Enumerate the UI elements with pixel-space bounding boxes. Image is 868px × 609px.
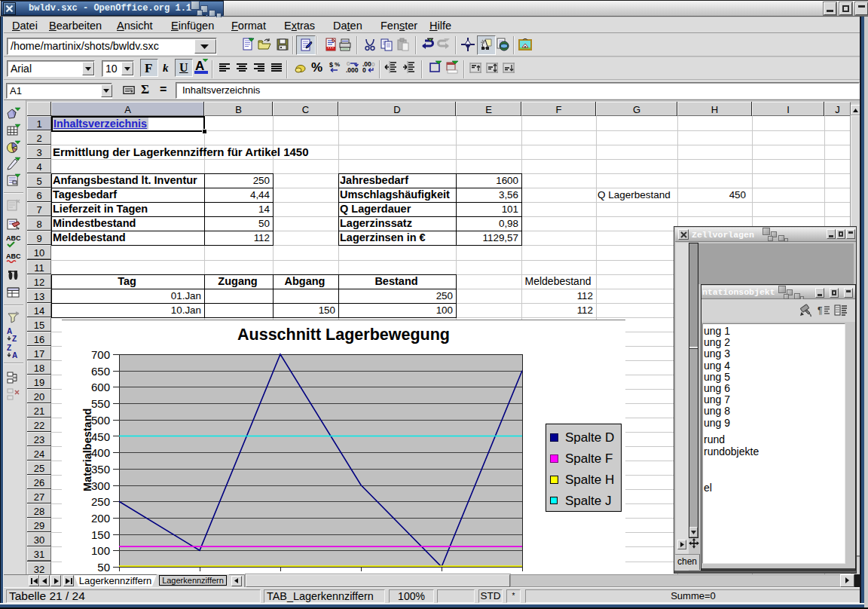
svg-text:¶: ¶ <box>818 305 822 316</box>
